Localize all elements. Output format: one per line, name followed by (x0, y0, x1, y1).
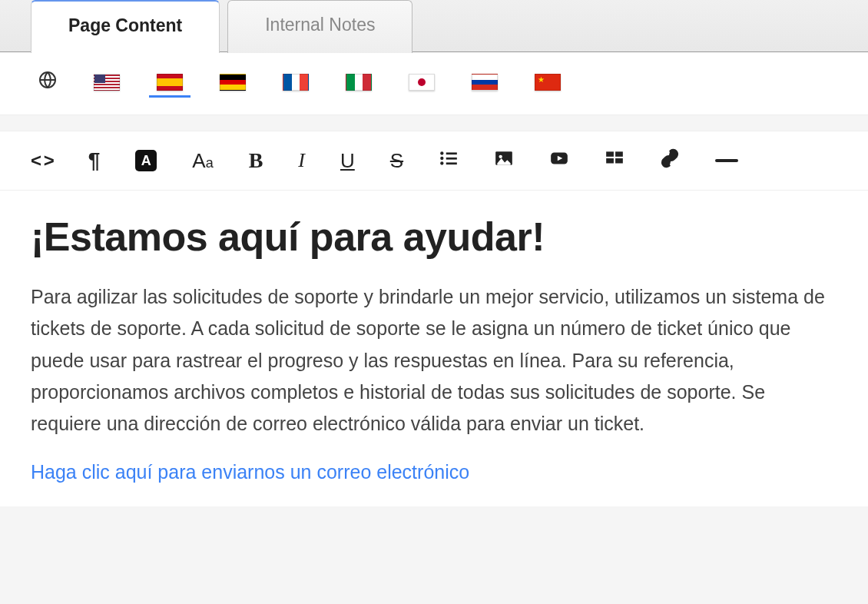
svg-rect-10 (606, 151, 614, 157)
flag-cn-icon (535, 74, 561, 91)
link-icon (660, 148, 680, 173)
flag-us-icon (94, 74, 120, 91)
underline-icon: U (340, 149, 355, 173)
paragraph-button[interactable]: ¶ (88, 148, 101, 173)
svg-point-8 (499, 155, 502, 158)
tab-internal-notes[interactable]: Internal Notes (227, 0, 412, 53)
flag-jp-icon (409, 74, 435, 91)
lang-cn[interactable] (527, 69, 568, 98)
list-button[interactable] (439, 148, 459, 173)
underline-button[interactable]: U (340, 149, 355, 173)
editor-toolbar: < > ¶ A Aa B I U S (0, 131, 868, 191)
strike-icon: S (390, 149, 403, 173)
svg-point-3 (440, 157, 443, 160)
flag-es-icon (157, 74, 183, 91)
flag-it-icon (346, 74, 372, 91)
svg-rect-2 (446, 152, 457, 154)
svg-point-1 (440, 151, 443, 154)
svg-rect-12 (606, 158, 614, 164)
bold-button[interactable]: B (249, 148, 263, 173)
image-icon (494, 148, 514, 173)
font-size-button[interactable]: Aa (192, 149, 213, 173)
video-icon (549, 148, 569, 173)
code-view-button[interactable]: < > (31, 150, 53, 171)
svg-point-5 (440, 161, 443, 164)
image-button[interactable] (494, 148, 514, 173)
flag-de-icon (220, 74, 246, 91)
lang-fr[interactable] (275, 69, 316, 98)
strike-button[interactable]: S (390, 149, 403, 173)
content-heading: ¡Estamos aquí para ayudar! (31, 214, 837, 260)
hr-button[interactable] (715, 159, 738, 162)
lang-ru[interactable] (464, 69, 505, 98)
hr-icon (715, 159, 738, 162)
svg-rect-11 (615, 151, 623, 157)
grid-button[interactable] (605, 148, 624, 173)
globe-icon (38, 71, 57, 94)
italic-icon: I (298, 149, 305, 172)
lang-it[interactable] (338, 69, 379, 98)
flag-fr-icon (283, 74, 309, 91)
font-size-icon: Aa (192, 149, 213, 173)
tab-bar: Page Content Internal Notes (0, 0, 868, 52)
content-email-link[interactable]: Haga clic aquí para enviarnos un correo … (31, 461, 469, 483)
list-icon (439, 148, 459, 173)
lang-us[interactable] (86, 69, 128, 98)
lang-de[interactable] (212, 69, 253, 98)
svg-rect-4 (446, 158, 457, 160)
svg-rect-13 (615, 158, 623, 164)
video-button[interactable] (549, 148, 569, 173)
flag-ru-icon (472, 74, 498, 91)
text-color-icon: A (135, 150, 157, 171)
text-color-button[interactable]: A (135, 150, 157, 171)
link-button[interactable] (660, 148, 680, 173)
tab-page-content[interactable]: Page Content (31, 0, 220, 53)
grid-icon (605, 148, 624, 173)
bold-icon: B (249, 148, 263, 173)
paragraph-icon: ¶ (88, 148, 101, 173)
svg-rect-6 (446, 162, 457, 164)
editor-content[interactable]: ¡Estamos aquí para ayudar! Para agilizar… (0, 191, 868, 506)
lang-jp[interactable] (401, 69, 442, 98)
code-icon: < > (31, 150, 53, 171)
language-selector (0, 52, 868, 115)
italic-button[interactable]: I (298, 149, 305, 172)
lang-es[interactable] (149, 69, 190, 98)
content-paragraph: Para agilizar las solicitudes de soporte… (31, 281, 837, 440)
lang-globe[interactable] (31, 66, 65, 101)
